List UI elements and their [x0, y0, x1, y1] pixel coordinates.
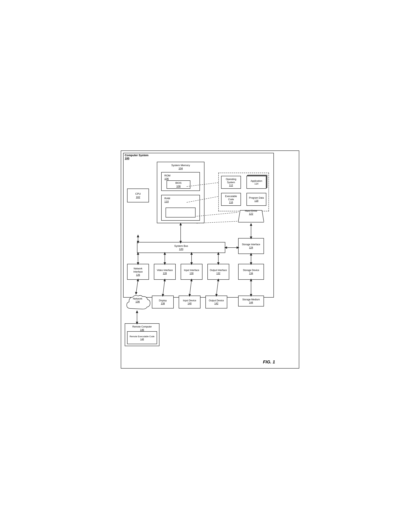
executable-code-box: Executable Code 116 [221, 193, 241, 206]
output-device-box: Output Device 142 [205, 296, 227, 308]
system-bus-box: System Bus 120 [137, 242, 225, 253]
rom-box: ROM 106 BIOS 108 [161, 172, 200, 191]
input-device-box: Input Device 140 [179, 296, 201, 308]
cpu-box: CPU 102 [127, 189, 149, 202]
display-box: Display 138 [152, 296, 174, 308]
cloud-icon [125, 294, 150, 311]
dashed-region: Operating System 112 Application 114 Exe… [218, 173, 269, 211]
operating-system-box: Operating System 112 [221, 176, 241, 189]
hard-drive-shape [238, 208, 264, 224]
svg-marker-0 [238, 210, 264, 222]
storage-medium-box: Storage Medium 144 [238, 296, 264, 306]
network-cloud: Network 136 [125, 294, 150, 311]
remote-executable-code-box: Remote Executable Code 148 [127, 331, 157, 344]
remote-computer-box: Remote Computer 146 Remote Executable Co… [125, 323, 159, 346]
figure-label: FIG. 1 [263, 359, 275, 364]
storage-interface-box: Storage Interface 124 [238, 238, 264, 254]
input-interface-box: Input Interface 130 [181, 264, 202, 280]
storage-device-box: Storage Device 134 [238, 264, 264, 280]
output-interface-box: Output Interface 132 [207, 264, 229, 280]
video-interface-box: Video Interface 128 [154, 264, 176, 280]
application-stacked: Application 114 [247, 176, 266, 189]
hard-drive-container: Hard Drive 122 [238, 208, 264, 224]
ram-box: RAM 110 [161, 195, 200, 221]
bios-box: BIOS 108 [166, 180, 190, 189]
program-data-box: Program Data 118 [247, 193, 266, 206]
network-interface-box: Network Interface 126 [127, 264, 149, 280]
system-memory-box: System Memory 104 ROM 106 BIOS 108 RAM 1… [157, 162, 204, 223]
